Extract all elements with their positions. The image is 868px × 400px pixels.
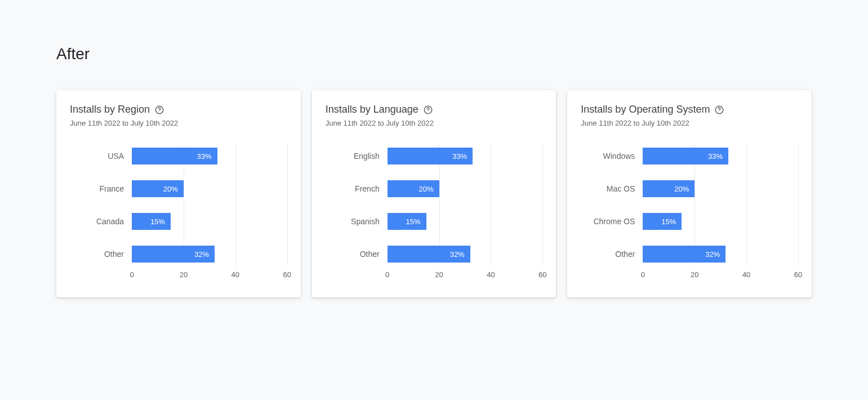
- svg-point-3: [428, 112, 428, 112]
- bar: 20%: [643, 180, 695, 197]
- bar-label: Other: [581, 250, 643, 259]
- bar-track: 32%: [643, 246, 798, 263]
- bar: 32%: [643, 246, 725, 263]
- axis-ticks: 0204060: [132, 270, 287, 282]
- x-axis: 0204060: [326, 270, 543, 282]
- bar-label: English: [326, 152, 388, 161]
- bar-value-label: 20%: [163, 185, 178, 193]
- chart-region: USA 33% France 20% Canada 15% Other 32%: [70, 148, 287, 282]
- bar-value-label: 32%: [450, 250, 465, 259]
- bar-value-label: 33%: [708, 152, 723, 161]
- gridline: [798, 144, 799, 266]
- bar: 20%: [132, 180, 184, 197]
- card-installs-by-region: Installs by Region June 11th 2022 to Jul…: [56, 90, 301, 297]
- x-axis: 0204060: [581, 270, 798, 282]
- card-date-range: June 11th 2022 to July 10th 2022: [70, 119, 287, 127]
- bar-label: Spanish: [326, 217, 388, 226]
- axis-tick: 60: [283, 270, 291, 279]
- bar-label: Windows: [581, 152, 643, 161]
- bar: 15%: [388, 213, 426, 230]
- card-title: Installs by Operating System: [581, 104, 710, 115]
- svg-point-5: [719, 112, 720, 112]
- bar: 33%: [388, 148, 473, 165]
- bar-value-label: 33%: [452, 152, 467, 161]
- axis-tick: 0: [641, 270, 645, 279]
- bar-track: 33%: [132, 148, 287, 165]
- bar-value-label: 20%: [674, 185, 689, 193]
- help-icon[interactable]: [154, 105, 164, 115]
- bar-value-label: 32%: [705, 250, 720, 259]
- axis-tick: 20: [691, 270, 698, 279]
- bar-value-label: 15%: [661, 217, 676, 226]
- bar-track: 15%: [132, 213, 287, 230]
- chart-rows: Windows 33% Mac OS 20% Chrome OS 15% Oth…: [581, 148, 798, 263]
- chart-language: English 33% French 20% Spanish 15% Other…: [326, 148, 543, 282]
- bar-value-label: 15%: [406, 217, 421, 226]
- card-header: Installs by Region: [70, 104, 287, 115]
- bar-label: USA: [70, 152, 132, 161]
- bar-label: France: [70, 184, 132, 193]
- bar: 20%: [388, 180, 439, 197]
- bar-row: French 20%: [326, 180, 543, 197]
- bar: 32%: [388, 246, 470, 263]
- card-header: Installs by Language: [326, 104, 543, 115]
- axis-tick: 0: [385, 270, 389, 279]
- axis-ticks: 0204060: [388, 270, 543, 282]
- axis-tick: 40: [742, 270, 750, 279]
- bar-track: 15%: [643, 213, 798, 230]
- help-icon[interactable]: [423, 105, 433, 115]
- gridline: [287, 144, 288, 266]
- card-title: Installs by Region: [70, 104, 150, 115]
- card-installs-by-language: Installs by Language June 11th 2022 to J…: [312, 90, 557, 297]
- axis-tick: 20: [435, 270, 443, 279]
- axis-tick: 20: [180, 270, 188, 279]
- bar-track: 33%: [388, 148, 543, 165]
- bar-row: Other 32%: [326, 246, 543, 263]
- bar: 33%: [132, 148, 217, 165]
- bar-value-label: 15%: [150, 217, 165, 226]
- axis-tick: 60: [794, 270, 802, 279]
- bar-row: USA 33%: [70, 148, 287, 165]
- bar-label: French: [326, 184, 388, 193]
- bar-label: Other: [326, 250, 388, 259]
- bar-track: 20%: [643, 180, 798, 197]
- bar-row: Spanish 15%: [326, 213, 543, 230]
- card-title: Installs by Language: [326, 104, 419, 115]
- page-title: After: [56, 45, 812, 63]
- bar-track: 15%: [388, 213, 543, 230]
- axis-tick: 40: [232, 270, 239, 279]
- bar-row: France 20%: [70, 180, 287, 197]
- bar-row: Windows 33%: [581, 148, 798, 165]
- help-icon[interactable]: [714, 105, 724, 115]
- bar-value-label: 20%: [419, 185, 434, 193]
- gridline: [542, 144, 543, 266]
- bar-track: 33%: [643, 148, 798, 165]
- bar-row: Other 32%: [581, 246, 798, 263]
- x-axis: 0204060: [70, 270, 287, 282]
- axis-tick: 40: [487, 270, 495, 279]
- bar-value-label: 32%: [194, 250, 209, 259]
- bar-label: Mac OS: [581, 184, 643, 193]
- bar-track: 32%: [132, 246, 287, 263]
- bar: 33%: [643, 148, 728, 165]
- card-installs-by-os: Installs by Operating System June 11th 2…: [567, 90, 812, 297]
- bar: 15%: [132, 213, 171, 230]
- card-date-range: June 11th 2022 to July 10th 2022: [326, 119, 543, 127]
- card-date-range: June 11th 2022 to July 10th 2022: [581, 119, 798, 127]
- card-header: Installs by Operating System: [581, 104, 798, 115]
- bar-label: Chrome OS: [581, 217, 643, 226]
- bar-value-label: 33%: [197, 152, 212, 161]
- bar-track: 20%: [388, 180, 543, 197]
- bar-row: Canada 15%: [70, 213, 287, 230]
- bar: 32%: [132, 246, 215, 263]
- bar-label: Canada: [70, 217, 132, 226]
- bar-row: Mac OS 20%: [581, 180, 798, 197]
- cards-container: Installs by Region June 11th 2022 to Jul…: [56, 90, 812, 297]
- svg-point-1: [159, 112, 160, 112]
- bar: 15%: [643, 213, 682, 230]
- bar-label: Other: [70, 250, 132, 259]
- chart-os: Windows 33% Mac OS 20% Chrome OS 15% Oth…: [581, 148, 798, 282]
- chart-rows: USA 33% France 20% Canada 15% Other 32%: [70, 148, 287, 263]
- axis-tick: 60: [538, 270, 546, 279]
- chart-rows: English 33% French 20% Spanish 15% Other…: [326, 148, 543, 263]
